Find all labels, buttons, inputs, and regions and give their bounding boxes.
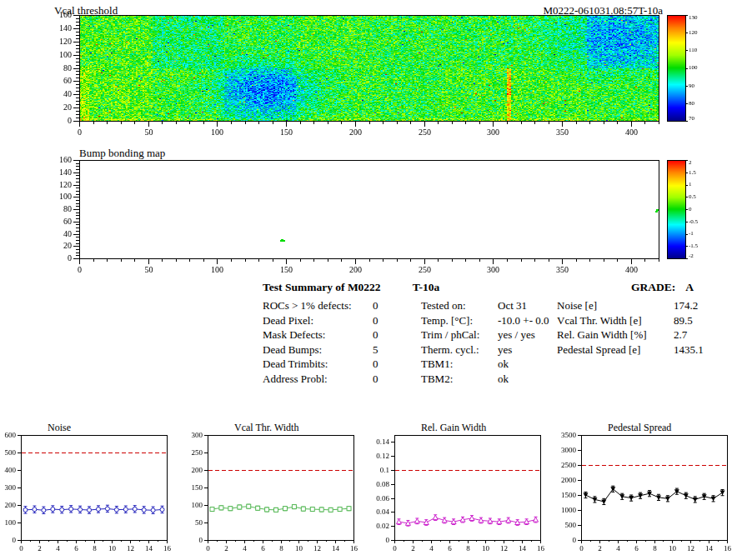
summary-row-value: 0 [373,372,379,387]
summary-row-value: -10.0 +- 0.0 [498,313,549,328]
summary-row-value: 0 [373,313,379,328]
summary-row-label: Vcal Thr. Width [e] [557,313,642,328]
summary-title: Test Summary of M0222 [263,281,381,293]
summary-row-label: Rel. Gain Width [%] [557,328,647,342]
summary-row-label: Dead Bumps: [263,342,322,358]
summary-row-value: ok [498,372,509,387]
grade-badge: GRADE:A [631,281,694,294]
vcal-threshold-heatmap [0,0,747,140]
summary-row-value: yes / yes [498,328,535,342]
summary-row-value: 2.7 [674,328,687,342]
grade-value: A [685,281,694,293]
summary-row-value: 0 [373,328,379,342]
summary-row-label: TBM1: [421,357,453,372]
summary-row-value: 1435.1 [674,342,704,358]
summary-row-value: ok [498,357,509,372]
summary-row-value: 0 [373,357,379,372]
summary-row-label: Pedestal Spread [e] [557,342,640,358]
module-test-summary-page: Vcal threshold M0222-061031.08:57T-10a B… [0,0,747,560]
summary-row-label: Therm. cycl.: [421,342,479,358]
summary-row-label: Mask Defects: [263,328,325,342]
per-roc-trend-plots [0,427,747,560]
summary-row-label: Temp. [°C]: [421,313,473,328]
summary-module-name: T-10a [413,281,440,293]
summary-row-value: Oct 31 [498,298,527,313]
summary-row-label: Dead Pixel: [263,313,313,328]
summary-row-label: Noise [e] [557,298,597,313]
summary-row-label: Tested on: [421,298,466,313]
bump-bonding-heatmap [0,155,747,280]
summary-row-label: ROCs > 1% defects: [263,298,352,313]
summary-row-label: Trim / phCal: [421,328,479,342]
grade-label: GRADE: [631,281,675,293]
summary-row-value: 5 [373,342,379,358]
summary-row-label: TBM2: [421,372,453,387]
summary-heading: Test Summary of M0222T-10a [263,281,439,294]
summary-row-label: Dead Trimbits: [263,357,328,372]
summary-row-value: yes [498,342,512,358]
summary-row-value: 0 [373,298,379,313]
summary-row-value: 89.5 [674,313,693,328]
summary-row-label: Address Probl: [263,372,328,387]
summary-row-value: 174.2 [674,298,698,313]
